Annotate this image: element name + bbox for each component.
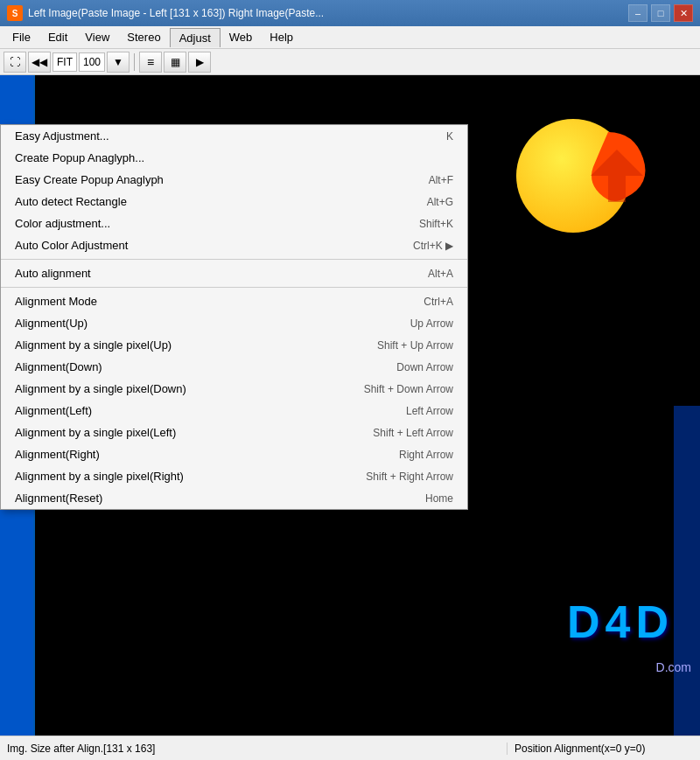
- zoom-dropdown[interactable]: ▼: [107, 52, 130, 73]
- toolbar: ⛶ ◀◀ FIT 100 ▼ ≡ ▦ ▶: [0, 49, 700, 75]
- menu-view[interactable]: View: [76, 28, 118, 46]
- menu-alignment-left[interactable]: Alignment(Left) Left Arrow: [1, 400, 467, 422]
- menu-web[interactable]: Web: [220, 28, 262, 46]
- view-mode-3[interactable]: ▶: [188, 52, 211, 73]
- fit-button[interactable]: FIT: [52, 52, 77, 72]
- view-mode-1[interactable]: ≡: [139, 52, 162, 73]
- menu-alignment-single-left[interactable]: Alignment by a single pixel(Left) Shift …: [1, 422, 467, 443]
- menu-alignment-up[interactable]: Alignment(Up) Up Arrow: [1, 312, 467, 334]
- menu-alignment-single-up[interactable]: Alignment by a single pixel(Up) Shift + …: [1, 334, 467, 356]
- menu-adjust[interactable]: Adjust: [170, 28, 220, 47]
- menu-alignment-single-down[interactable]: Alignment by a single pixel(Down) Shift …: [1, 378, 467, 400]
- logo-dotcom: D.com: [656, 660, 691, 674]
- status-left: Img. Size after Align.[131 x 163]: [0, 743, 508, 755]
- menu-easy-create-popup[interactable]: Easy Create Popup Anaglyph Alt+F: [1, 169, 467, 191]
- menu-color-adjustment[interactable]: Color adjustment... Shift+K: [1, 213, 467, 234]
- menu-auto-color-adjustment[interactable]: Auto Color Adjustment Ctrl+K ▶: [1, 234, 467, 256]
- zoom-level[interactable]: 100: [79, 52, 105, 72]
- window-controls: – □ ✕: [628, 4, 693, 22]
- menu-alignment-single-right[interactable]: Alignment by a single pixel(Right) Shift…: [1, 465, 467, 487]
- minimize-button[interactable]: –: [628, 4, 648, 22]
- separator-after-auto-color: [1, 259, 467, 260]
- logo-arrow-shape: [564, 123, 652, 211]
- status-bar: Img. Size after Align.[131 x 163] Positi…: [0, 736, 700, 760]
- rewind-button[interactable]: ◀◀: [28, 52, 51, 73]
- menu-alignment-mode[interactable]: Alignment Mode Ctrl+A: [1, 290, 467, 312]
- blue-right-bar: [674, 406, 700, 736]
- separator-after-auto-alignment: [1, 287, 467, 288]
- separator-1: [134, 53, 135, 71]
- main-area: D4D D.com Easy Adjustment... K Create Po…: [0, 75, 700, 736]
- menu-alignment-reset[interactable]: Alignment(Reset) Home: [1, 487, 467, 509]
- menu-alignment-right[interactable]: Alignment(Right) Right Arrow: [1, 443, 467, 465]
- menu-create-popup-anaglyph[interactable]: Create Popup Anaglyph...: [1, 147, 467, 169]
- maximize-button[interactable]: □: [651, 4, 670, 22]
- status-right: Position Alignment(x=0 y=0): [508, 743, 700, 755]
- menu-stereo[interactable]: Stereo: [118, 28, 169, 46]
- adjust-dropdown-menu: Easy Adjustment... K Create Popup Anagly…: [0, 124, 468, 510]
- menu-bar: File Edit View Stereo Adjust Web Help: [0, 26, 700, 49]
- menu-easy-adjustment[interactable]: Easy Adjustment... K: [1, 125, 467, 147]
- menu-auto-detect-rectangle[interactable]: Auto detect Rectangle Alt+G: [1, 191, 467, 213]
- close-button[interactable]: ✕: [674, 4, 693, 22]
- title-bar: S Left Image(Paste Image - Left [131 x 1…: [0, 0, 700, 26]
- fullscreen-button[interactable]: ⛶: [4, 52, 26, 73]
- menu-help[interactable]: Help: [261, 28, 302, 46]
- menu-edit[interactable]: Edit: [39, 28, 76, 46]
- menu-file[interactable]: File: [4, 28, 39, 46]
- menu-alignment-down[interactable]: Alignment(Down) Down Arrow: [1, 356, 467, 378]
- window-title: Left Image(Paste Image - Left [131 x 163…: [28, 7, 628, 19]
- app-icon: S: [7, 5, 23, 21]
- view-mode-2[interactable]: ▦: [164, 52, 186, 73]
- logo-text: D4D: [567, 596, 674, 648]
- menu-auto-alignment[interactable]: Auto alignment Alt+A: [1, 262, 467, 284]
